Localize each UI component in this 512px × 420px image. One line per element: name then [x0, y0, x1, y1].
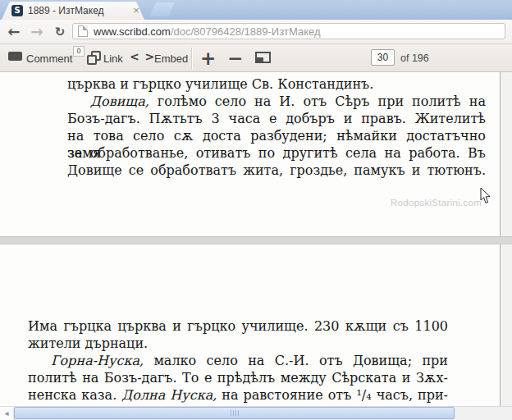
watermark: RodopskiStarini.com	[391, 198, 482, 208]
new-tab-button[interactable]	[149, 2, 175, 16]
document-text-line: за обработванье, отиватъ по другитѣ села…	[67, 144, 486, 162]
document-page-1: църква и гърцко училище Св. Констандинъ.…	[0, 72, 501, 236]
fullscreen-icon[interactable]	[255, 52, 271, 63]
document-text-line: Довище се обработватъ жита, гроздье, пам…	[67, 162, 486, 179]
comment-count-badge: 0	[73, 46, 85, 57]
document-text-line: църква и гърцко училище Св. Констандинъ.	[67, 75, 486, 93]
page2-text: Има гърцка църква и гърцко училище. 230 …	[28, 317, 448, 420]
toolbar-divider	[191, 48, 192, 69]
comment-bubble-icon[interactable]	[8, 52, 22, 61]
tab-strip: S 1889 - ИзтМакед ×	[0, 0, 512, 20]
zoom-in-button[interactable]: +	[200, 45, 216, 71]
zoom-out-button[interactable]: −	[227, 45, 243, 71]
navigation-bar: ← → ↻ www.scribd.com/doc/80796428/1889-И…	[0, 20, 512, 44]
link-button[interactable]: Link	[103, 52, 123, 65]
horizontal-scrollbar[interactable]: ◂	[0, 406, 512, 420]
browser-tab[interactable]: S 1889 - ИзтМакед ×	[2, 2, 144, 20]
embed-button[interactable]: Embed	[154, 52, 188, 65]
tab-title: 1889 - ИзтМакед	[28, 2, 104, 20]
document-text-line: жители дърнаци.	[28, 335, 448, 352]
scribd-toolbar: Comment 0 Link < > Embed + − of 196	[0, 44, 512, 72]
embed-code-icon[interactable]: < >	[130, 50, 155, 63]
document-text-line: Бозъ-дагъ. Пѫтьтъ 3 часа е добъръ и прав…	[67, 110, 486, 127]
forward-button: →	[28, 20, 46, 44]
address-bar[interactable]: www.scribd.com/doc/80796428/1889-ИзтМаке…	[72, 23, 505, 39]
document-text-line: Довища, голѣмо село на И. отъ Сѣръ при п…	[67, 93, 486, 110]
tab-close-icon[interactable]: ×	[130, 2, 143, 20]
scrollbar-thumb[interactable]	[14, 407, 455, 419]
page-total-label: of 196	[400, 52, 429, 64]
document-page-2: Има гърцка църква и гърцко училище. 230 …	[0, 244, 501, 406]
page-icon	[78, 25, 88, 37]
url-domain: www.scribd.com	[94, 25, 171, 38]
document-text-line: Има гърцка църква и гърцко училище. 230 …	[28, 317, 448, 335]
document-text-line: политѣ на Бозъ-дагъ. То е прѣдѣлъ между …	[28, 369, 448, 386]
url-path: /doc/80796428/1889-ИзтМакед	[171, 25, 321, 38]
page-number-input[interactable]	[371, 49, 395, 66]
page1-text: църква и гърцко училище Св. Констандинъ.…	[67, 75, 486, 179]
reload-button[interactable]: ↻	[51, 20, 69, 44]
page-gap	[0, 236, 512, 244]
comment-button[interactable]: Comment	[26, 52, 72, 65]
back-button[interactable]: ←	[5, 20, 23, 44]
document-text-line: Горна-Нуска, малко село на С.-И. отъ Дов…	[28, 352, 448, 369]
document-text-line: на това село сѫ доста разбудени; нѣмайки…	[67, 127, 486, 144]
link-icon[interactable]	[87, 51, 99, 63]
document-text-line: ненска каза. Долна Нуска, на равстояние …	[28, 386, 448, 404]
mouse-cursor-icon	[480, 188, 491, 204]
document-viewport: църква и гърцко училище Св. Констандинъ.…	[0, 72, 512, 406]
browser-window: S 1889 - ИзтМакед × ← → ↻ www.scribd.com…	[0, 0, 512, 420]
scroll-left-arrow-icon[interactable]: ◂	[0, 407, 14, 420]
scribd-favicon-icon: S	[11, 5, 23, 16]
